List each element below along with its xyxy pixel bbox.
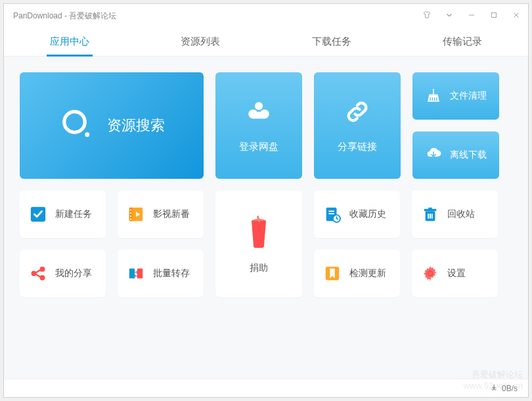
tab-transfer-log[interactable]: 传输记录 (397, 28, 529, 56)
maximize-button[interactable] (489, 11, 499, 21)
col-small-cards: 文件清理 离线下载 (412, 72, 499, 179)
svg-line-14 (35, 270, 40, 273)
svg-rect-22 (129, 269, 135, 279)
row-primary: 资源搜索 登录网盘 分享链接 文件清理 (20, 72, 512, 179)
card-share-link[interactable]: 分享链接 (314, 72, 401, 179)
tile-label: 设置 (447, 268, 466, 279)
card-offline-download[interactable]: 离线下载 (412, 131, 499, 179)
tile-label: 收藏历史 (349, 208, 386, 220)
svg-point-21 (130, 218, 131, 220)
link-icon (344, 98, 371, 128)
tile-recycle[interactable]: 回收站 (412, 191, 498, 238)
statusbar: 0B/s (4, 379, 528, 397)
card-donate[interactable]: 捐助 (215, 191, 302, 297)
app-window: PanDownload - 吾爱破解论坛 (3, 3, 529, 398)
shirt-icon (422, 11, 432, 22)
tile-history[interactable]: 收藏历史 (314, 191, 400, 238)
tab-resource-list[interactable]: 资源列表 (135, 28, 267, 56)
tile-label: 新建任务 (55, 208, 92, 220)
tile-label: 我的分享 (55, 268, 92, 279)
svg-rect-28 (328, 213, 334, 214)
svg-line-15 (35, 274, 40, 277)
maximize-icon (489, 11, 499, 22)
card-login-pan[interactable]: 登录网盘 (215, 72, 302, 179)
svg-rect-1 (492, 12, 497, 17)
svg-point-13 (41, 276, 45, 280)
svg-rect-9 (253, 112, 265, 119)
tile-label: 回收站 (447, 208, 475, 220)
baidu-cloud-icon (245, 98, 273, 128)
close-icon (512, 11, 521, 22)
tile-label: 影视新番 (153, 208, 190, 220)
card-label: 捐助 (250, 262, 268, 274)
minimize-button[interactable] (466, 11, 477, 21)
svg-point-5 (85, 132, 89, 137)
row-tiles: 新建任务 我的分享 影视新番 (20, 191, 512, 297)
svg-point-4 (64, 112, 85, 133)
tab-label: 应用中心 (50, 35, 89, 48)
tile-new-task[interactable]: 新建任务 (20, 191, 106, 238)
search-icon (58, 106, 95, 145)
tile-settings[interactable]: 设置 (412, 250, 498, 297)
card-label: 离线下载 (450, 149, 487, 161)
card-label: 资源搜索 (107, 116, 165, 135)
film-icon (127, 205, 145, 224)
update-icon (323, 264, 342, 283)
window-title: PanDownload - 吾爱破解论坛 (13, 11, 422, 22)
svg-rect-23 (137, 269, 143, 279)
titlebar-controls (422, 11, 521, 21)
checkbox-icon (29, 205, 47, 224)
main-tabs: 应用中心 资源列表 下载任务 传输记录 (4, 28, 528, 57)
svg-rect-27 (328, 210, 334, 212)
tile-video[interactable]: 影视新番 (118, 191, 204, 238)
svg-point-18 (130, 209, 131, 210)
card-file-clean[interactable]: 文件清理 (412, 72, 499, 120)
download-arrow-icon (490, 383, 498, 393)
svg-rect-33 (428, 208, 432, 210)
card-label: 分享链接 (338, 141, 377, 153)
share-icon (29, 264, 47, 283)
content-area: 资源搜索 登录网盘 分享链接 文件清理 (4, 57, 528, 379)
tab-label: 资源列表 (181, 35, 220, 48)
svg-point-20 (130, 216, 131, 217)
tile-batch-save[interactable]: 批量转存 (118, 250, 204, 297)
close-button[interactable] (511, 11, 521, 21)
card-label: 登录网盘 (239, 141, 278, 153)
col-3: 收藏历史 检测更新 (314, 191, 400, 297)
tile-label: 检测更新 (349, 268, 386, 279)
svg-point-19 (130, 212, 131, 214)
card-resource-search[interactable]: 资源搜索 (20, 72, 204, 179)
col-1: 新建任务 我的分享 (20, 191, 106, 297)
cup-icon (245, 214, 273, 250)
col-4: 回收站 设置 (412, 191, 498, 297)
cloud-download-icon (425, 146, 442, 165)
tab-label: 传输记录 (443, 35, 482, 48)
svg-point-12 (41, 268, 45, 271)
tile-label: 批量转存 (153, 268, 190, 279)
broom-icon (425, 87, 442, 106)
dropdown-button[interactable] (444, 11, 454, 21)
history-icon (323, 205, 342, 224)
tab-app-center[interactable]: 应用中心 (4, 28, 135, 56)
tile-my-share[interactable]: 我的分享 (20, 250, 106, 297)
minimize-icon (467, 11, 476, 22)
svg-point-6 (255, 102, 263, 110)
tab-download-tasks[interactable]: 下载任务 (266, 28, 397, 56)
theme-button[interactable] (422, 11, 432, 21)
chevron-down-icon (445, 11, 454, 22)
svg-point-11 (32, 271, 36, 275)
tab-label: 下载任务 (312, 35, 351, 48)
col-2: 影视新番 批量转存 (118, 191, 204, 297)
gear-icon (421, 264, 439, 283)
card-label: 文件清理 (450, 90, 487, 102)
transfer-icon (127, 264, 145, 283)
download-speed: 0B/s (502, 384, 518, 393)
trash-icon (421, 205, 439, 224)
tile-check-update[interactable]: 检测更新 (314, 250, 400, 297)
titlebar: PanDownload - 吾爱破解论坛 (4, 4, 528, 28)
